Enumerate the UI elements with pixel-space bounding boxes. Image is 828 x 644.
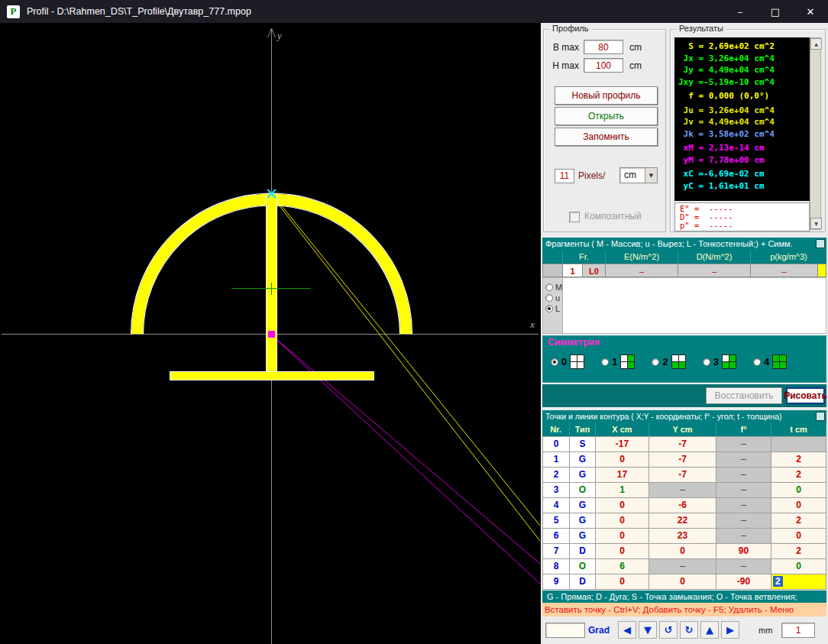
- points-cell[interactable]: 1: [596, 483, 649, 498]
- points-cell[interactable]: 23: [649, 529, 716, 544]
- points-cell[interactable]: –: [716, 468, 771, 483]
- results-scrollbar[interactable]: ▲ ▼: [810, 37, 821, 230]
- points-cell[interactable]: –: [716, 529, 771, 544]
- pixels-per-unit-value[interactable]: 11: [555, 169, 574, 183]
- points-cell[interactable]: 0: [596, 513, 649, 529]
- points-cell[interactable]: -90: [716, 574, 771, 590]
- points-cell[interactable]: [771, 437, 826, 452]
- points-cell[interactable]: 0: [596, 574, 649, 590]
- radio-button[interactable]: [545, 283, 553, 291]
- unit-select[interactable]: cm ▼: [619, 167, 658, 183]
- radio-button[interactable]: [652, 358, 659, 366]
- points-cell[interactable]: D: [570, 544, 596, 559]
- restore-button[interactable]: Восстановить: [706, 387, 782, 404]
- minimize-button[interactable]: –: [723, 0, 758, 23]
- chevron-down-icon[interactable]: ▼: [645, 168, 657, 183]
- step-input[interactable]: [781, 623, 815, 638]
- points-cell[interactable]: 0: [649, 574, 716, 590]
- b-max-input[interactable]: [584, 40, 623, 54]
- rotate-right-button[interactable]: ▶: [721, 621, 739, 639]
- points-cell[interactable]: 0: [596, 544, 649, 559]
- points-cell[interactable]: 2: [771, 513, 826, 529]
- radio-button[interactable]: [551, 358, 558, 366]
- points-cell[interactable]: 0: [771, 529, 826, 544]
- points-cell[interactable]: 5: [542, 513, 570, 529]
- symmetry-option-0[interactable]: 0: [551, 354, 584, 369]
- draw-button[interactable]: Рисовать: [786, 387, 825, 404]
- open-button[interactable]: Открыть: [555, 107, 658, 125]
- points-cell[interactable]: G: [570, 529, 596, 544]
- points-cell[interactable]: -17: [596, 437, 649, 452]
- radio-button[interactable]: [601, 358, 609, 366]
- radio-button[interactable]: [545, 305, 553, 312]
- rotate-left-button[interactable]: ◀: [618, 621, 636, 639]
- points-cell[interactable]: 17: [596, 468, 649, 483]
- points-cell[interactable]: 6: [542, 529, 570, 544]
- fragment-type-cell[interactable]: L0: [582, 264, 606, 277]
- points-cell[interactable]: –: [716, 452, 771, 468]
- points-cell[interactable]: 1: [542, 452, 570, 468]
- new-profile-button[interactable]: Новый профиль: [555, 86, 658, 105]
- points-cell[interactable]: 7: [542, 544, 570, 559]
- points-cell[interactable]: 4: [542, 498, 570, 513]
- rotate-cw-button[interactable]: ↻: [680, 621, 698, 639]
- points-cell[interactable]: –: [716, 559, 771, 574]
- points-cell[interactable]: 0: [596, 529, 649, 544]
- fragment-mode-u[interactable]: u: [545, 293, 562, 303]
- symmetry-option-2[interactable]: 2: [652, 354, 685, 369]
- points-cell[interactable]: G: [570, 498, 596, 513]
- save-button[interactable]: Запомнить: [555, 128, 658, 146]
- center-node-marker[interactable]: [268, 331, 275, 338]
- points-cell[interactable]: 0: [596, 498, 649, 513]
- fragment-p-cell[interactable]: –: [750, 264, 818, 277]
- h-max-input[interactable]: [584, 58, 623, 73]
- points-cell[interactable]: -6: [649, 498, 716, 513]
- move-up-button[interactable]: ▲: [700, 621, 719, 639]
- symmetry-option-4[interactable]: 4: [753, 354, 787, 369]
- points-cell[interactable]: –: [716, 513, 771, 529]
- points-cell[interactable]: 6: [596, 559, 649, 574]
- points-cell[interactable]: 2: [542, 468, 570, 483]
- points-cell[interactable]: 2: [771, 452, 826, 468]
- points-cell[interactable]: –: [649, 559, 716, 574]
- points-cell[interactable]: 0: [771, 498, 826, 513]
- scroll-down-icon[interactable]: ▼: [810, 218, 822, 229]
- points-cell[interactable]: G: [570, 468, 596, 483]
- symmetry-option-3[interactable]: 3: [703, 354, 736, 369]
- points-cell[interactable]: -7: [649, 437, 716, 452]
- points-cell[interactable]: –: [716, 437, 771, 452]
- points-cell[interactable]: 2: [771, 468, 826, 483]
- points-cell[interactable]: 3: [542, 483, 570, 498]
- rotate-ccw-button[interactable]: ↺: [659, 621, 678, 639]
- fragment-d-cell[interactable]: –: [678, 264, 751, 277]
- radio-button[interactable]: [753, 358, 761, 366]
- points-cell[interactable]: –: [716, 483, 771, 498]
- radio-button[interactable]: [545, 294, 553, 302]
- points-cell[interactable]: 0: [649, 544, 716, 559]
- points-cell[interactable]: 2: [771, 544, 826, 559]
- composite-checkbox[interactable]: [569, 212, 580, 222]
- points-cell[interactable]: 0: [771, 483, 826, 498]
- points-cell[interactable]: 0: [771, 559, 826, 574]
- fragment-number-cell[interactable]: 1: [562, 264, 583, 277]
- radio-button[interactable]: [703, 358, 710, 366]
- points-cell[interactable]: D: [570, 574, 596, 590]
- points-cell[interactable]: 22: [649, 513, 716, 529]
- points-cell[interactable]: 0: [542, 437, 570, 452]
- move-down-button[interactable]: ▼: [639, 621, 657, 639]
- close-button[interactable]: ✕: [793, 0, 828, 23]
- points-cell[interactable]: 9: [542, 574, 570, 590]
- points-cell[interactable]: 90: [716, 544, 771, 559]
- angle-input[interactable]: [545, 623, 585, 638]
- maximize-button[interactable]: □: [758, 0, 793, 23]
- points-cell[interactable]: G: [570, 513, 596, 529]
- fragments-header-mini-button[interactable]: [816, 239, 825, 248]
- points-cell[interactable]: 2: [771, 574, 826, 590]
- profile-flange[interactable]: [170, 372, 374, 380]
- points-cell[interactable]: G: [570, 452, 596, 468]
- symmetry-option-1[interactable]: 1: [601, 354, 635, 369]
- points-cell[interactable]: -7: [649, 452, 716, 468]
- scroll-up-icon[interactable]: ▲: [810, 38, 822, 50]
- fragment-mode-M[interactable]: M: [545, 283, 562, 292]
- points-cell[interactable]: 8: [542, 559, 570, 574]
